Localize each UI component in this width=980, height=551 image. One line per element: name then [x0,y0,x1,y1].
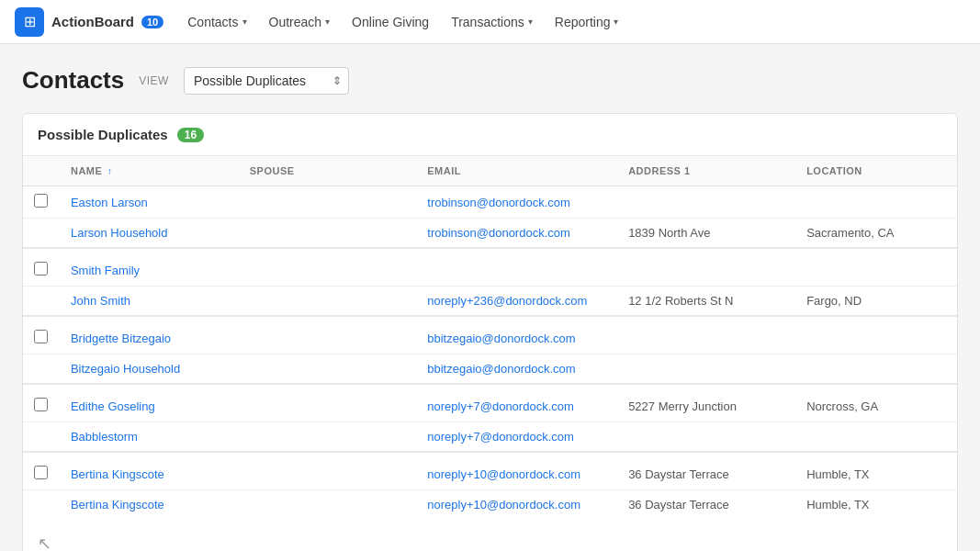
brand-icon: ⊞ [15,7,44,37]
header-address1[interactable]: ADDRESS 1 [617,156,795,186]
contact-email-link[interactable]: noreply+10@donordock.com [427,467,580,481]
cell-name: Bridgette Bitzegaio [60,316,239,354]
cell-email: trobinson@donordock.com [416,219,617,249]
contacts-chevron-icon: ▾ [242,17,247,27]
cell-location: Sacramento, CA [795,219,957,249]
nav-online-giving[interactable]: Online Giving [343,0,438,44]
cell-email [416,248,617,287]
cell-name: John Smith [60,287,239,317]
nav-transactions[interactable]: Transactions ▾ [442,0,542,44]
row-checkbox[interactable] [34,262,48,276]
cell-address1 [617,316,795,354]
table-card-header: Possible Duplicates 16 [23,114,957,156]
table-row: Edithe Goselingnoreply+7@donordock.com52… [23,384,957,422]
cell-email: noreply+7@donordock.com [416,422,617,453]
view-label: VIEW [139,74,169,87]
data-table: NAME ↑ SPOUSE EMAIL ADDRESS 1 LOCATION [23,156,957,519]
contact-email-link[interactable]: noreply+7@donordock.com [427,399,574,413]
contact-name-link[interactable]: Smith Family [71,264,140,277]
view-select-wrapper: Possible Duplicates All Contacts ⇕ [184,67,349,95]
cell-address1 [617,248,795,287]
header-name[interactable]: NAME ↑ [60,156,239,186]
contact-email-link[interactable]: bbitzegaio@donordock.com [427,362,575,376]
contact-name-link[interactable]: Edithe Goseling [71,399,155,413]
contact-name-link[interactable]: Babblestorm [71,430,138,444]
cell-location: Humble, TX [795,452,957,490]
page-content: Contacts VIEW Possible Duplicates All Co… [0,44,980,551]
cell-name: Easton Larson [60,186,239,219]
contact-name-link[interactable]: Easton Larson [71,196,148,209]
row-checkbox[interactable] [34,398,48,411]
brand: ⊞ ActionBoard 10 [15,7,163,37]
contact-name-link[interactable]: Bitzegaio Household [71,362,180,376]
checkbox-cell [23,248,60,287]
cell-spouse [239,219,417,249]
cell-spouse [239,186,417,219]
checkbox-cell [23,422,60,453]
checkbox-cell [23,316,60,354]
row-checkbox[interactable] [34,330,48,343]
row-checkbox[interactable] [34,466,48,479]
row-checkbox[interactable] [34,194,48,208]
header-checkbox-col [23,156,60,186]
contact-name-link[interactable]: Bertina Kingscote [71,498,164,512]
cell-location [795,316,957,354]
cell-location [795,186,957,219]
cell-spouse [239,384,417,422]
nav-reporting[interactable]: Reporting ▾ [546,0,628,44]
sort-arrow-icon: ↑ [107,166,113,176]
cell-location: Fargo, ND [795,287,957,317]
cell-spouse [239,287,417,317]
transactions-chevron-icon: ▾ [528,17,533,27]
contact-name-link[interactable]: Bertina Kingscote [71,467,164,481]
checkbox-cell [23,219,60,249]
checkbox-cell [23,384,60,422]
cell-email: trobinson@donordock.com [416,186,617,219]
cell-address1 [617,186,795,219]
contact-email-link[interactable]: noreply+10@donordock.com [427,498,580,512]
cell-name: Larson Household [60,219,239,249]
checkbox-cell [23,490,60,520]
contact-email-link[interactable]: trobinson@donordock.com [427,226,570,240]
cell-address1: 36 Daystar Terrace [617,452,795,490]
brand-badge: 10 [141,16,163,28]
header-spouse[interactable]: SPOUSE [239,156,417,186]
brand-title: ActionBoard [51,14,134,29]
page-title: Contacts [22,66,124,95]
cell-email: noreply+10@donordock.com [416,490,617,520]
cell-location [795,354,957,385]
header-location[interactable]: LOCATION [795,156,957,186]
contact-name-link[interactable]: Larson Household [71,226,168,240]
cell-email: bbitzegaio@donordock.com [416,316,617,354]
cell-address1: 1839 North Ave [617,219,795,249]
cell-email: noreply+236@donordock.com [416,287,617,317]
contact-email-link[interactable]: trobinson@donordock.com [427,196,570,209]
cell-address1 [617,354,795,385]
nav-contacts[interactable]: Contacts ▾ [178,0,255,44]
contact-name-link[interactable]: John Smith [71,294,130,308]
nav-outreach[interactable]: Outreach ▾ [260,0,340,44]
table-header-row: NAME ↑ SPOUSE EMAIL ADDRESS 1 LOCATION [23,156,957,186]
checkbox-cell [23,354,60,385]
table-card: Possible Duplicates 16 NAME ↑ SPOUSE EMA… [22,113,958,551]
contact-email-link[interactable]: bbitzegaio@donordock.com [427,332,575,345]
cell-address1: 36 Daystar Terrace [617,490,795,520]
outreach-chevron-icon: ▾ [325,17,330,27]
header-email[interactable]: EMAIL [416,156,617,186]
cell-email: bbitzegaio@donordock.com [416,354,617,385]
cell-address1: 12 1/2 Roberts St N [617,287,795,317]
contact-email-link[interactable]: noreply+7@donordock.com [427,430,574,444]
table-row: Larson Householdtrobinson@donordock.com1… [23,219,957,249]
contact-name-link[interactable]: Bridgette Bitzegaio [71,332,171,345]
cell-address1: 5227 Merry Junction [617,384,795,422]
checkbox-cell [23,452,60,490]
cell-spouse [239,452,417,490]
table-row: John Smithnoreply+236@donordock.com12 1/… [23,287,957,317]
cursor-area: ↖ [23,519,957,551]
cell-spouse [239,490,417,520]
view-select[interactable]: Possible Duplicates All Contacts [184,67,349,95]
contact-email-link[interactable]: noreply+236@donordock.com [427,294,587,308]
table-row: Easton Larsontrobinson@donordock.com [23,186,957,219]
table-row: Babblestormnoreply+7@donordock.com [23,422,957,453]
cell-location [795,422,957,453]
